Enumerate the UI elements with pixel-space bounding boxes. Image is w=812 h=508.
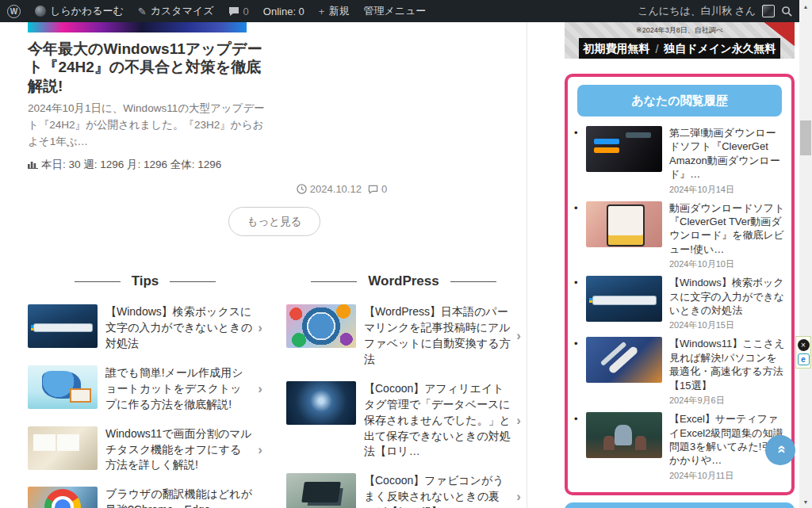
history-item-date: 2024年10月15日 <box>669 319 785 331</box>
wordpress-entry-1[interactable]: 【WordPress】日本語のパーマリンクを記事投稿時にアルファベットに自動変換… <box>286 304 521 368</box>
scrollbar-down-arrow-icon[interactable]: ▼ <box>799 495 812 508</box>
ad-disclaimer: ※2024年3月8日、自社調べ <box>565 22 795 36</box>
history-item-date: 2024年9月6日 <box>669 395 785 407</box>
wordpress-column: WordPress 【WordPress】日本語のパーマリンクを記事投稿時にアル… <box>286 273 521 508</box>
history-item-4[interactable]: • 【Windows11】ここさえ見れば解決!パソコンを最適化・高速化する方法【… <box>574 337 785 407</box>
entry-thumbnail <box>286 304 356 348</box>
customize-label: カスタマイズ <box>151 4 214 18</box>
chevron-right-icon: › <box>511 413 521 429</box>
clock-icon <box>297 184 307 194</box>
featured-post-meta: 2024.10.12 0 <box>28 183 521 195</box>
bullet-icon: • <box>574 276 586 331</box>
popular-posts-button[interactable]: 人気記事から探す <box>565 502 795 508</box>
extension-icon[interactable]: e <box>798 353 810 365</box>
user-avatar[interactable] <box>762 5 775 17</box>
entry-thumbnail <box>28 365 98 409</box>
new-post-menu[interactable]: + 新規 <box>312 0 357 22</box>
customize-brush-icon: ✎ <box>138 6 147 17</box>
tips-entry-4[interactable]: ブラウザの翻訳機能はどれが最強?Chrome・Edge・Firefoxの › <box>28 487 262 508</box>
heading-line <box>311 281 357 282</box>
wp-admin-bar: W しらかわるーむ ✎ カスタマイズ 0 Online: 0 + 新規 管理メニ… <box>0 0 799 22</box>
close-icon[interactable]: × <box>798 339 810 351</box>
entry-title: 誰でも簡単!メール作成用ショートカットをデスクトップに作る方法を徹底解説! <box>105 365 252 413</box>
bar-chart-icon <box>28 159 38 169</box>
heading-line <box>450 281 496 282</box>
comment-bubble-icon <box>368 185 378 194</box>
featured-post-title[interactable]: 今年最大のWindows11アップデート『24H2』の不具合と対策を徹底解説! <box>28 40 270 95</box>
site-name-menu[interactable]: しらかわるーむ <box>28 0 131 22</box>
scroll-to-top-button[interactable]: » <box>765 435 795 465</box>
history-item-title: 動画ダウンロードソフト『CleverGet TVer動画ダウンロード』を徹底レビ… <box>669 201 785 257</box>
greeting-label[interactable]: こんにちは、白川秋 さん <box>638 4 756 18</box>
wordpress-heading-label: WordPress <box>368 273 439 289</box>
history-item-title: 【Windows】検索ボックスに文字の入力ができないときの対処法 <box>669 276 785 317</box>
featured-post-excerpt: 2024年10月1日に、Windows11の大型アップデート『24H2』が公開さ… <box>28 101 272 151</box>
bullet-icon: • <box>574 126 586 196</box>
entry-thumbnail <box>28 487 98 508</box>
page-scrollbar[interactable]: ▲ ▼ <box>799 0 812 508</box>
more-button[interactable]: もっと見る <box>228 207 320 236</box>
hosting-ad-banner[interactable]: ※2024年3月8日、自社調べ 初期費用無料 / 独自ドメイン永久無料 <box>565 22 795 59</box>
entry-title: Windows11で画面分割のマルチタスク機能をオフにする方法を詳しく解説! <box>105 426 252 474</box>
bullet-icon: • <box>574 337 586 407</box>
ad-headline-separator: / <box>655 43 658 55</box>
online-counter: Online: 0 <box>256 0 312 22</box>
comment-bubble-icon <box>228 6 239 16</box>
history-thumbnail <box>586 412 662 458</box>
tips-heading: Tips <box>28 273 262 289</box>
customize-menu[interactable]: ✎ カスタマイズ <box>131 0 221 22</box>
tips-heading-label: Tips <box>132 273 159 289</box>
content-sidebar-divider <box>527 22 527 508</box>
entry-title: ブラウザの翻訳機能はどれが最強?Chrome・Edge・Firefoxの <box>105 487 252 508</box>
bullet-icon: • <box>574 412 586 482</box>
scrollbar-up-arrow-icon[interactable]: ▲ <box>799 0 812 13</box>
history-item-3[interactable]: • 【Windows】検索ボックスに文字の入力ができないときの対処法 2024年… <box>574 276 785 331</box>
history-thumbnail <box>586 337 662 383</box>
chevron-right-icon: › <box>252 442 262 458</box>
entry-thumbnail <box>286 381 356 425</box>
featured-post-thumbnail[interactable] <box>28 22 247 32</box>
wordpress-entry-2[interactable]: 【Cocoon】アフィリエイトタグ管理で「データベースに保存されませんでした。」… <box>286 381 521 460</box>
entry-title: 【Cocoon】ファビコンがうまく反映されないときの裏ワザ【知っ得】 <box>364 473 511 508</box>
entry-title: 【Windows】検索ボックスに文字の入力ができないときの対処法 <box>105 304 252 352</box>
ad-headline-left: 初期費用無料 <box>583 42 649 56</box>
new-post-label: 新規 <box>328 4 349 18</box>
entry-title: 【Cocoon】アフィリエイトタグ管理で「データベースに保存されませんでした。」… <box>364 381 511 460</box>
chevron-right-icon: › <box>511 328 521 344</box>
scrollbar-thumb[interactable] <box>800 120 811 155</box>
tips-entry-3[interactable]: Windows11で画面分割のマルチタスク機能をオフにする方法を詳しく解説! › <box>28 426 262 474</box>
wordpress-entry-3[interactable]: 【Cocoon】ファビコンがうまく反映されないときの裏ワザ【知っ得】 › <box>286 473 521 508</box>
chevron-right-icon: › <box>252 502 262 508</box>
wordpress-logo-icon: W <box>7 5 21 18</box>
post-date: 2024.10.12 <box>310 183 362 195</box>
history-thumbnail <box>586 201 662 247</box>
site-name-label: しらかわるーむ <box>50 4 124 18</box>
ad-headline-right: 独自ドメイン永久無料 <box>664 42 776 56</box>
search-icon[interactable] <box>781 6 793 17</box>
wordpress-menu[interactable]: W <box>0 0 28 22</box>
site-favicon-icon <box>35 6 46 17</box>
entry-thumbnail <box>28 426 98 470</box>
history-item-5[interactable]: • 【Excel】サーティファイExcel2級問題集の知識問題3を解いてみた!引… <box>574 412 785 482</box>
entry-thumbnail <box>286 473 356 508</box>
history-thumbnail <box>586 276 662 322</box>
browsing-history-widget: あなたの閲覧履歴 • 第二弾!動画ダウンロードソフト『CleverGet Ama… <box>565 74 795 495</box>
history-item-title: 第二弾!動画ダウンロードソフト『CleverGet Amazon動画ダウンロード… <box>669 126 785 181</box>
page: W しらかわるーむ ✎ カスタマイズ 0 Online: 0 + 新規 管理メニ… <box>0 0 812 508</box>
history-thumbnail <box>586 126 662 172</box>
chevron-up-icon: » <box>772 447 789 454</box>
history-item-2[interactable]: • 動画ダウンロードソフト『CleverGet TVer動画ダウンロード』を徹底… <box>574 201 785 271</box>
admin-menu[interactable]: 管理メニュー <box>356 0 433 22</box>
floating-extension-widget: × e <box>795 336 811 369</box>
comments-menu[interactable]: 0 <box>221 0 256 22</box>
comment-count: 0 <box>243 6 249 17</box>
category-columns: Tips 【Windows】検索ボックスに文字の入力ができないときの対処法 › … <box>28 273 521 508</box>
chevron-right-icon: › <box>252 381 262 397</box>
tips-entry-1[interactable]: 【Windows】検索ボックスに文字の入力ができないときの対処法 › <box>28 304 262 352</box>
tips-entry-2[interactable]: 誰でも簡単!メール作成用ショートカットをデスクトップに作る方法を徹底解説! › <box>28 365 262 413</box>
main-content: 今年最大のWindows11アップデート『24H2』の不具合と対策を徹底解説! … <box>28 22 521 508</box>
history-item-1[interactable]: • 第二弾!動画ダウンロードソフト『CleverGet Amazon動画ダウンロ… <box>574 126 785 196</box>
admin-bar-right: こんにちは、白川秋 さん <box>638 4 799 18</box>
heading-line <box>170 281 216 282</box>
entry-thumbnail <box>28 304 98 348</box>
